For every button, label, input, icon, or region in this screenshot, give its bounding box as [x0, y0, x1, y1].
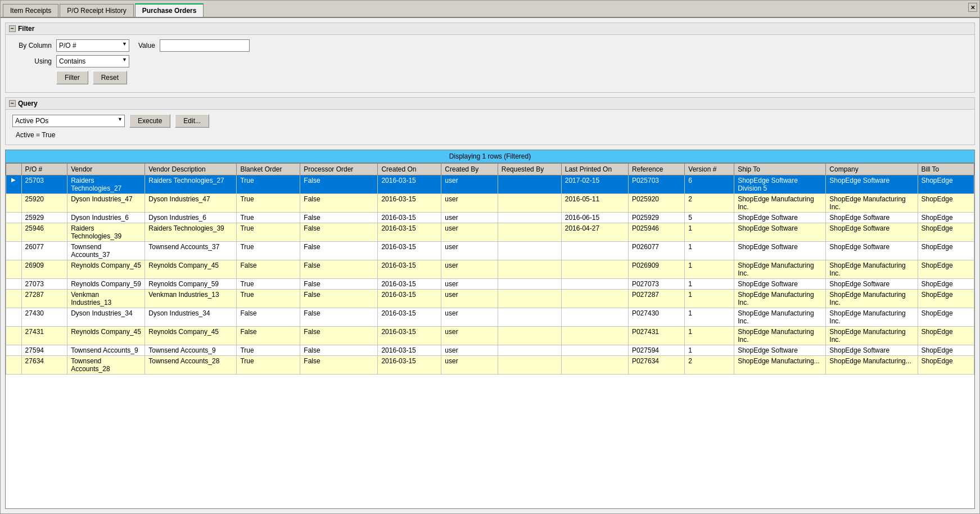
table-row[interactable]: 27634Townsend Accounts_28Townsend Accoun… [6, 356, 974, 375]
cell-vendor: Raiders Technologies_27 [67, 175, 145, 194]
cell-processor: False [300, 290, 378, 308]
tab-item-receipts[interactable]: Item Receipts [3, 4, 58, 17]
table-row[interactable]: 27073Reynolds Company_59Reynolds Company… [6, 279, 974, 290]
col-header-createdon[interactable]: Created On [378, 164, 441, 175]
cell-company: ShopEdge Software [826, 345, 918, 356]
cell-createdby: user [441, 356, 498, 375]
row-arrow [6, 260, 22, 279]
cell-processor: False [300, 175, 378, 194]
cell-version: 6 [685, 175, 734, 194]
cell-billto: ShopEdge [918, 345, 974, 356]
row-arrow [6, 345, 22, 356]
reset-button[interactable]: Reset [93, 71, 127, 84]
tab-purchase-orders[interactable]: Purchase Orders [135, 3, 204, 17]
table-row[interactable]: ▶25703Raiders Technologies_27Raiders Tec… [6, 175, 974, 194]
cell-reqby [498, 308, 561, 327]
row-arrow [6, 308, 22, 327]
row-arrow [6, 279, 22, 290]
cell-createdby: user [441, 308, 498, 327]
col-header-billto[interactable]: Bill To [918, 164, 974, 175]
filter-button[interactable]: Filter [56, 71, 88, 84]
cell-company: ShopEdge Manufacturing Inc. [826, 194, 918, 213]
row-arrow [6, 194, 22, 213]
row-arrow [6, 223, 22, 242]
cell-reqby [498, 260, 561, 279]
col-header-reqby[interactable]: Requested By [498, 164, 561, 175]
condition-text: Active = True [12, 130, 968, 140]
table-row[interactable]: 27431Reynolds Company_45Reynolds Company… [6, 327, 974, 345]
cell-po: 27634 [21, 356, 67, 375]
cell-blanket: True [237, 356, 300, 375]
col-header-company[interactable]: Company [826, 164, 918, 175]
cell-createdon: 2016-03-15 [378, 213, 441, 223]
table-row[interactable]: 25929Dyson Industries_6Dyson Industries_… [6, 213, 974, 223]
cell-processor: False [300, 194, 378, 213]
main-content: − Filter By Column P/O # Vendor Vendor D… [1, 18, 979, 513]
query-row: Active POs All POs Execute Edit... [12, 114, 968, 128]
cell-vdesc: Dyson Industries_47 [145, 194, 237, 213]
col-header-blanket[interactable]: Blanket Order [237, 164, 300, 175]
table-row[interactable]: 25920Dyson Industries_47Dyson Industries… [6, 194, 974, 213]
value-input[interactable] [160, 39, 250, 52]
cell-createdby: user [441, 290, 498, 308]
table-row[interactable]: 25946Raiders Technologies_39Raiders Tech… [6, 223, 974, 242]
edit-button[interactable]: Edit... [175, 114, 209, 128]
cell-ref: P027594 [628, 345, 684, 356]
cell-vendor: Dyson Industries_6 [67, 213, 145, 223]
cell-shipto: ShopEdge Manufacturing Inc. [734, 290, 826, 308]
data-table: P/O # Vendor Vendor Description Blanket … [6, 163, 974, 375]
cell-shipto: ShopEdge Manufacturing Inc. [734, 327, 826, 345]
cell-company: ShopEdge Software [826, 213, 918, 223]
table-row[interactable]: 26077Townsend Accounts_37Townsend Accoun… [6, 242, 974, 260]
cell-processor: False [300, 242, 378, 260]
cell-shipto: ShopEdge Software [734, 242, 826, 260]
table-row[interactable]: 27287Venkman Industries_13Venkman Indust… [6, 290, 974, 308]
cell-vdesc: Dyson Industries_34 [145, 308, 237, 327]
col-header-vdesc[interactable]: Vendor Description [145, 164, 237, 175]
close-button[interactable]: ✕ [968, 3, 977, 12]
cell-lastprint [561, 260, 628, 279]
cell-po: 26909 [21, 260, 67, 279]
col-header-vendor[interactable]: Vendor [67, 164, 145, 175]
cell-reqby [498, 223, 561, 242]
col-header-processor[interactable]: Processor Order [300, 164, 378, 175]
cell-vendor: Venkman Industries_13 [67, 290, 145, 308]
col-header-version[interactable]: Version # [685, 164, 734, 175]
filter-collapse-icon[interactable]: − [9, 25, 16, 32]
table-row[interactable]: 26909Reynolds Company_45Reynolds Company… [6, 260, 974, 279]
col-header-ref[interactable]: Reference [628, 164, 684, 175]
execute-button[interactable]: Execute [129, 114, 170, 128]
col-header-createdby[interactable]: Created By [441, 164, 498, 175]
using-label: Using [12, 57, 52, 65]
col-header-lastprint[interactable]: Last Printed On [561, 164, 628, 175]
by-column-select-wrap: P/O # Vendor Vendor Description Blanket … [56, 39, 129, 52]
col-header-shipto[interactable]: Ship To [734, 164, 826, 175]
grid-scroll-area[interactable]: P/O # Vendor Vendor Description Blanket … [6, 163, 974, 508]
column-header-row: P/O # Vendor Vendor Description Blanket … [6, 164, 974, 175]
table-row[interactable]: 27430Dyson Industries_34Dyson Industries… [6, 308, 974, 327]
cell-vdesc: Raiders Technologies_27 [145, 175, 237, 194]
cell-billto: ShopEdge [918, 194, 974, 213]
cell-billto: ShopEdge [918, 213, 974, 223]
query-collapse-icon[interactable]: − [9, 100, 16, 107]
by-column-select[interactable]: P/O # Vendor Vendor Description Blanket … [56, 39, 129, 52]
cell-version: 2 [685, 356, 734, 375]
using-select[interactable]: Contains Starts With Equals [56, 55, 129, 67]
table-row[interactable]: 27594Townsend Accounts_9Townsend Account… [6, 345, 974, 356]
cell-createdby: user [441, 175, 498, 194]
cell-shipto: ShopEdge Manufacturing Inc. [734, 260, 826, 279]
query-select[interactable]: Active POs All POs [12, 115, 125, 127]
cell-reqby [498, 213, 561, 223]
cell-blanket: True [237, 242, 300, 260]
cell-reqby [498, 345, 561, 356]
cell-company: ShopEdge Software [826, 279, 918, 290]
cell-createdon: 2016-03-15 [378, 356, 441, 375]
tab-po-receipt-history[interactable]: P/O Receipt History [60, 4, 133, 17]
filter-buttons-row: Filter Reset [56, 71, 968, 84]
row-arrow [6, 356, 22, 375]
col-header-po[interactable]: P/O # [21, 164, 67, 175]
cell-company: ShopEdge Software [826, 223, 918, 242]
cell-version: 1 [685, 242, 734, 260]
row-arrow [6, 242, 22, 260]
cell-version: 1 [685, 279, 734, 290]
